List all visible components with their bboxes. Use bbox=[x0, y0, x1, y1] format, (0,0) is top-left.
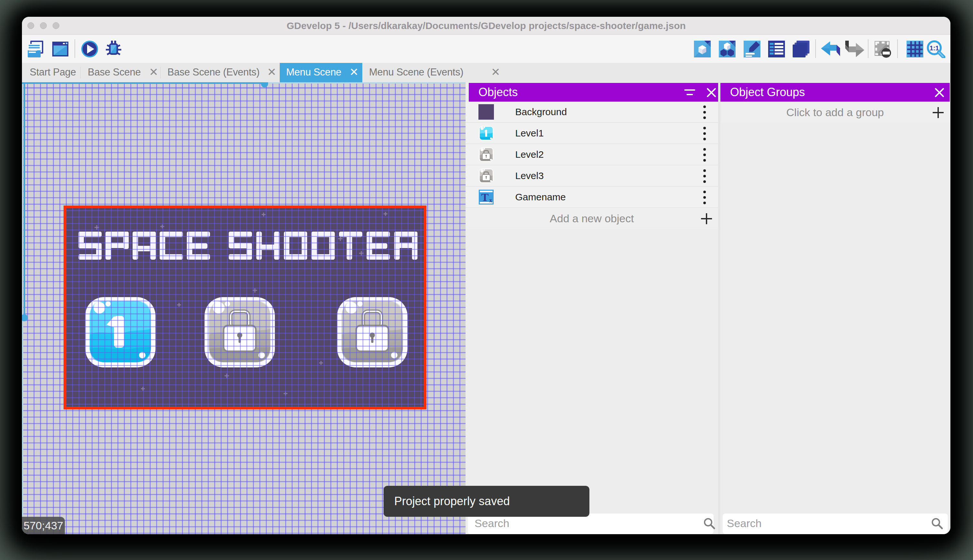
svg-text:T: T bbox=[482, 191, 489, 203]
svg-text:x: x bbox=[490, 197, 492, 203]
svg-text:1:1: 1:1 bbox=[930, 45, 939, 52]
